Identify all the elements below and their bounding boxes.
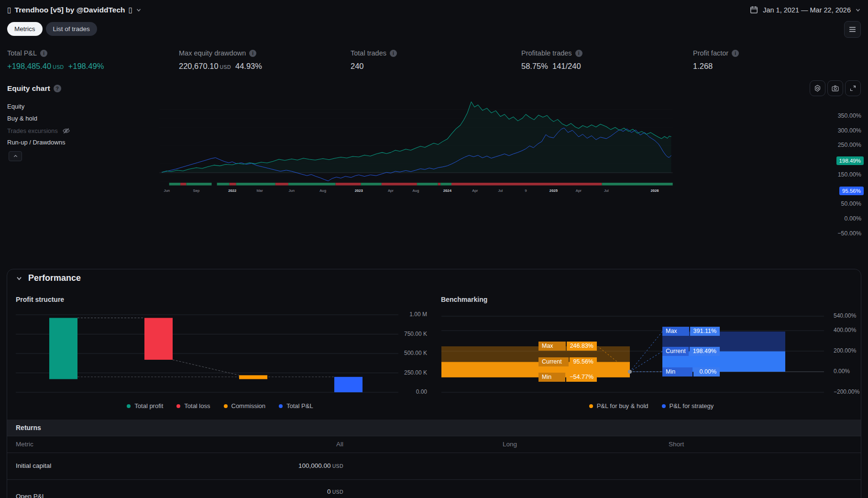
info-icon[interactable]: i: [732, 50, 739, 57]
strategy-current-box: Current198.49%: [662, 347, 720, 356]
column-header-short: Short: [669, 441, 684, 448]
tab-metrics[interactable]: Metrics: [7, 22, 43, 36]
x-axis-label: Apr: [576, 188, 582, 193]
equity-chart-plot: JunSep2022MarJunAug2023AprAug2024AprJul9…: [0, 98, 832, 256]
divider: [7, 436, 861, 436]
trade-strip-segment: [180, 183, 186, 186]
benchmarking-legend: P&L for buy & holdP&L for strategy: [441, 402, 861, 409]
chevron-down-icon: [16, 275, 22, 282]
snapshot-button[interactable]: [827, 80, 843, 96]
equity-chart-toolbar: [810, 80, 861, 96]
current-value-badge: 95.56%: [839, 187, 864, 195]
metric-label: Total trades: [351, 49, 386, 57]
trade-strip-segment: [438, 183, 441, 186]
date-range-picker[interactable]: Jan 1, 2021 — Mar 22, 2026: [749, 5, 861, 14]
y-axis-label: 1.00 M: [394, 311, 427, 318]
metric-profit-factor: Profit factori 1.268: [693, 49, 858, 71]
expand-icon: [849, 84, 857, 92]
x-axis-label: Jun: [288, 188, 294, 193]
legend-item-trades-excursions[interactable]: Trades excursions: [7, 127, 70, 135]
benchmarking-plot: [441, 311, 824, 396]
current-value-badge: 198.49%: [836, 156, 864, 165]
x-axis-label: 2024: [443, 188, 452, 193]
buyhold-min-box: Min−54.77%: [538, 373, 597, 382]
x-axis-label: Apr: [472, 188, 478, 193]
metric-value: 1.268: [693, 62, 713, 71]
chevron-down-icon: [136, 7, 142, 13]
legend-item-runup-drawdowns[interactable]: Run-up / Drawdowns: [7, 139, 65, 146]
x-axis-label: Aug: [319, 188, 326, 193]
table-row-value: 100,000.00USD: [248, 462, 343, 469]
metric-total-pnl: Total P&Li +198,485.40USD+198.49%: [7, 49, 172, 71]
tab-list-of-trades[interactable]: List of trades: [46, 22, 97, 36]
x-axis-label: 2023: [355, 188, 363, 193]
camera-icon: [831, 84, 839, 92]
legend-collapse-button[interactable]: [9, 151, 22, 161]
benchmarking-title: Benchmarking: [441, 296, 487, 303]
y-axis-label: 750.00 K: [394, 331, 427, 337]
divider: [7, 453, 861, 453]
column-header-long: Long: [503, 441, 517, 448]
y-axis-label: 300.00%: [827, 127, 861, 134]
metric-extra: 44.93%: [235, 62, 262, 71]
legend-item-equity[interactable]: Equity: [7, 103, 24, 110]
strategy-max-box: Max391.11%: [662, 327, 720, 336]
table-row-label: Open P&L: [16, 493, 45, 498]
strategy-tester-page: ▯ Trendhoo [v5] by @DaviddTech ▯ Jan 1, …: [0, 0, 868, 498]
legend-item-buy-and-hold[interactable]: Buy & hold: [7, 115, 37, 122]
y-axis-label: 540.00%: [834, 312, 867, 319]
calendar-icon: [749, 5, 758, 14]
metric-extra: 141/240: [552, 62, 581, 71]
performance-section-header[interactable]: Performance: [16, 273, 81, 283]
y-axis-label: 0.00: [394, 388, 427, 395]
x-axis-label: Jun: [164, 188, 170, 193]
metric-label: Profitable trades: [521, 49, 572, 57]
metric-max-drawdown: Max equity drawdowni 220,670.10USD44.93%: [179, 49, 344, 71]
buyhold-max-box: Max246.83%: [538, 342, 597, 351]
metric-label: Profit factor: [693, 49, 728, 57]
equity-chart-title: Equity chart ?: [7, 84, 61, 93]
y-axis-label: 400.00%: [834, 327, 867, 333]
metric-label: Max equity drawdown: [179, 49, 246, 57]
x-axis-label: 2026: [650, 188, 659, 193]
divider: [7, 479, 861, 480]
x-axis-label: Sep: [193, 188, 200, 193]
strategy-title-dropdown[interactable]: ▯ Trendhoo [v5] by @DaviddTech ▯: [7, 6, 142, 14]
table-row-label: Initial capital: [16, 462, 51, 469]
info-icon[interactable]: i: [390, 50, 397, 57]
y-axis-label: −200.00%: [834, 388, 867, 395]
metric-value: 58.75%: [521, 62, 548, 71]
info-icon[interactable]: i: [40, 50, 47, 57]
chart-settings-button[interactable]: [810, 80, 825, 96]
metric-value: 240: [351, 62, 364, 71]
chevron-down-icon: [855, 7, 861, 13]
y-axis-label: 350.00%: [827, 112, 861, 119]
returns-section-header: Returns: [7, 420, 861, 436]
x-axis-label: 2022: [228, 188, 236, 193]
x-axis-label: Jul: [498, 188, 503, 193]
layout-menu-button[interactable]: [844, 21, 861, 38]
bar-3: [334, 377, 363, 392]
buyhold-current-box: Current95.56%: [538, 357, 597, 366]
info-icon[interactable]: i: [575, 50, 582, 57]
info-icon[interactable]: i: [249, 50, 256, 57]
metric-total-trades: Total tradesi 240: [351, 49, 516, 71]
profit-structure-title: Profit structure: [16, 296, 64, 303]
x-axis-label: Apr: [388, 188, 394, 193]
metric-profitable-trades: Profitable tradesi 58.75%141/240: [521, 49, 686, 71]
table-row-value: 0USD: [248, 488, 343, 495]
legend-item: Total P&L: [279, 402, 313, 409]
trade-strip-segment: [217, 183, 230, 186]
trade-strip-segment: [288, 183, 336, 186]
help-icon[interactable]: ?: [54, 85, 61, 92]
y-axis-label: 150.00%: [827, 171, 861, 178]
view-tabs: Metrics List of trades: [7, 22, 97, 36]
eye-off-icon[interactable]: [62, 127, 70, 135]
fullscreen-button[interactable]: [845, 80, 861, 96]
column-header-all: All: [248, 441, 343, 448]
legend-item: Commission: [224, 402, 266, 409]
trade-strip-segment: [236, 183, 275, 186]
y-axis-label: 500.00 K: [394, 350, 427, 356]
trade-strip-segment: [451, 183, 602, 186]
trade-strip-segment: [440, 183, 451, 186]
